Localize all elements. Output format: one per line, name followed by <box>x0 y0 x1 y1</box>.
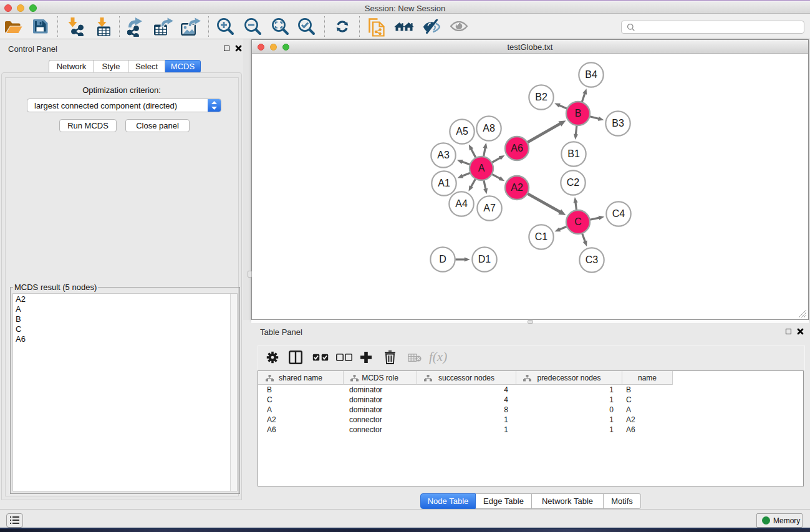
svg-text:A8: A8 <box>483 123 495 133</box>
svg-text:A2: A2 <box>511 182 523 193</box>
svg-text:C2: C2 <box>567 177 580 188</box>
svg-text:B4: B4 <box>585 69 597 80</box>
svg-text:A7: A7 <box>483 203 496 213</box>
svg-text:B2: B2 <box>535 92 547 102</box>
svg-text:A5: A5 <box>456 126 468 137</box>
svg-text:A6: A6 <box>511 143 523 153</box>
svg-text:B: B <box>575 108 582 118</box>
svg-text:D1: D1 <box>478 254 491 264</box>
svg-text:C: C <box>574 216 582 227</box>
svg-text:A: A <box>478 163 485 173</box>
svg-text:B1: B1 <box>567 148 580 159</box>
svg-text:A3: A3 <box>437 150 450 160</box>
svg-text:C4: C4 <box>612 208 625 219</box>
svg-text:A1: A1 <box>438 178 450 188</box>
svg-text:D: D <box>439 254 446 264</box>
svg-text:C1: C1 <box>535 231 548 242</box>
svg-text:A4: A4 <box>455 198 468 209</box>
svg-text:B3: B3 <box>612 118 624 128</box>
svg-text:C3: C3 <box>586 254 599 265</box>
